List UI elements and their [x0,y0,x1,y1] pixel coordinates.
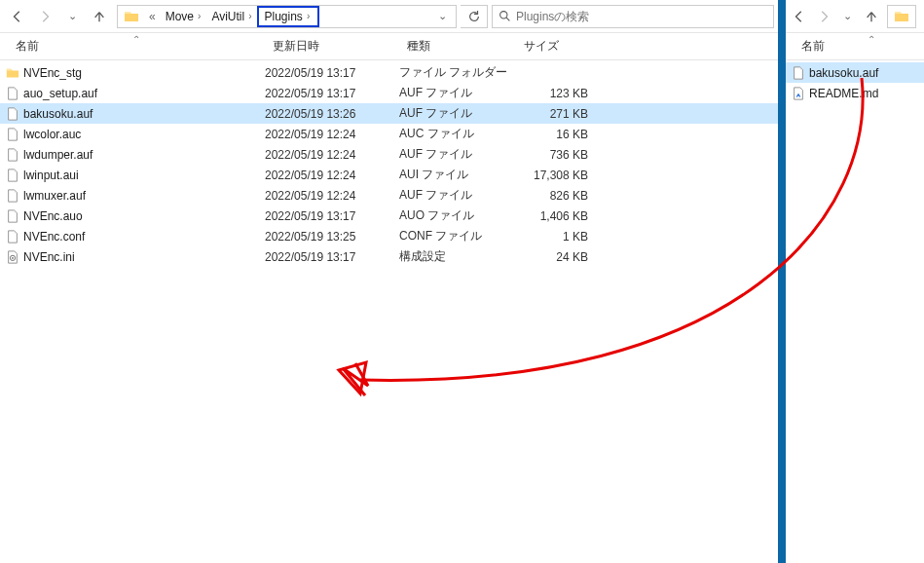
file-name: NVEnc_stg [19,66,265,80]
file-name: NVEnc.auo [19,209,265,223]
refresh-button[interactable] [461,5,488,28]
file-date: 2022/05/19 12:24 [265,128,399,141]
file-list: bakusoku.aufREADME.md [786,60,924,103]
file-type: AUC ファイル [399,126,516,142]
recent-dropdown[interactable]: ⌄ [837,5,858,28]
chevron-right-icon: › [248,11,251,21]
file-name: lwinput.aui [19,169,265,182]
file-size: 24 KB [516,250,588,264]
folder-icon [892,7,911,26]
explorer-window-right: ⌄ ⌃ 名前 bakusoku.aufREADME.md [782,0,924,563]
search-icon [493,10,516,22]
back-button[interactable] [790,5,810,28]
table-row[interactable]: NVEnc_stg2022/05/19 13:17ファイル フォルダー [0,62,778,83]
file-type: CONF ファイル [399,228,516,244]
column-header-name[interactable]: 名前 [786,33,922,59]
table-row[interactable]: lwcolor.auc2022/05/19 12:24AUC ファイル16 KB [0,124,778,144]
file-type-icon [0,86,19,101]
file-name: lwdumper.auf [19,148,265,162]
file-type: AUF ファイル [399,146,516,163]
up-button[interactable] [88,5,111,28]
table-row[interactable]: NVEnc.ini2022/05/19 13:17構成設定24 KB [0,246,778,267]
file-type: AUI ファイル [399,167,516,183]
column-header-type[interactable]: 種類 [399,33,516,59]
forward-button[interactable] [33,5,56,28]
breadcrumb-item[interactable]: Move› [160,6,206,27]
file-name: NVEnc.ini [19,250,265,264]
file-name: bakusoku.auf [19,107,265,121]
toolbar: ⌄ [786,0,924,33]
file-name: lwmuxer.auf [19,189,265,203]
recent-dropdown[interactable]: ⌄ [60,5,84,28]
svg-point-0 [499,12,506,19]
file-date: 2022/05/19 13:17 [265,66,399,80]
sort-indicator-icon: ⌃ [132,34,140,45]
table-row[interactable]: bakusoku.auf [786,62,924,83]
file-type-icon [0,208,19,224]
file-type-icon [786,86,805,101]
file-name: NVEnc.conf [19,230,265,244]
up-button[interactable] [862,5,882,28]
file-type-icon [0,168,19,183]
file-size: 271 KB [516,107,588,121]
file-type-icon [0,229,19,244]
address-bar[interactable] [887,5,916,28]
toolbar: ⌄ « Move› AviUtil› Plugins› ⌄ [0,0,778,33]
file-type-icon [0,65,19,81]
file-name: lwcolor.auc [19,128,265,141]
table-row[interactable]: auo_setup.auf2022/05/19 13:17AUF ファイル123… [0,83,778,103]
file-date: 2022/05/19 12:24 [265,148,399,162]
file-size: 123 KB [516,87,588,100]
file-type: AUF ファイル [399,187,516,204]
address-bar[interactable]: « Move› AviUtil› Plugins› ⌄ [117,5,457,28]
file-type-icon [0,188,19,204]
file-type-icon [0,249,19,265]
table-row[interactable]: lwdumper.auf2022/05/19 12:24AUF ファイル736 … [0,144,778,165]
folder-icon [122,7,141,26]
file-date: 2022/05/19 12:24 [265,189,399,203]
column-header-date[interactable]: 更新日時 [265,33,399,59]
file-name: auo_setup.auf [19,87,265,100]
file-date: 2022/05/19 13:25 [265,230,399,244]
explorer-window-left: ⌄ « Move› AviUtil› Plugins› ⌄ ⌃ 名 [0,0,782,563]
breadcrumb-item[interactable]: AviUtil› [205,6,256,27]
table-row[interactable]: NVEnc.auo2022/05/19 13:17AUO ファイル1,406 K… [0,206,778,226]
file-date: 2022/05/19 12:24 [265,169,399,182]
file-size: 16 KB [516,128,588,141]
table-row[interactable]: README.md [786,83,924,103]
search-input[interactable] [516,10,773,23]
file-date: 2022/05/19 13:26 [265,107,399,121]
chevron-right-icon: › [198,11,201,21]
file-date: 2022/05/19 13:17 [265,250,399,264]
file-type: 構成設定 [399,248,516,265]
column-headers: ⌃ 名前 更新日時 種類 サイズ [0,33,778,60]
file-type-icon [0,147,19,163]
column-header-size[interactable]: サイズ [516,33,594,59]
file-type: AUF ファイル [399,85,516,101]
search-box[interactable] [492,5,774,28]
table-row[interactable]: lwinput.aui2022/05/19 12:24AUI ファイル17,30… [0,165,778,185]
address-dropdown[interactable]: ⌄ [430,5,454,28]
back-button[interactable] [6,5,29,28]
table-row[interactable]: NVEnc.conf2022/05/19 13:25CONF ファイル1 KB [0,226,778,246]
file-type-icon [0,106,19,122]
file-date: 2022/05/19 13:17 [265,87,399,100]
breadcrumb-item-current[interactable]: Plugins› [257,6,320,27]
chevron-right-icon: › [307,11,310,21]
table-row[interactable]: bakusoku.auf2022/05/19 13:26AUF ファイル271 … [0,103,778,124]
file-size: 1 KB [516,230,588,244]
file-type: AUO ファイル [399,207,516,224]
file-size: 736 KB [516,148,588,162]
file-type: AUF ファイル [399,105,516,122]
file-type: ファイル フォルダー [399,64,516,81]
svg-line-1 [506,18,509,20]
breadcrumb-prefix: « [145,6,160,27]
forward-button[interactable] [814,5,834,28]
svg-point-3 [12,257,14,259]
file-name: README.md [805,87,924,100]
file-size: 826 KB [516,189,588,203]
file-type-icon [0,127,19,142]
file-date: 2022/05/19 13:17 [265,209,399,223]
table-row[interactable]: lwmuxer.auf2022/05/19 12:24AUF ファイル826 K… [0,185,778,206]
file-size: 1,406 KB [516,209,588,223]
